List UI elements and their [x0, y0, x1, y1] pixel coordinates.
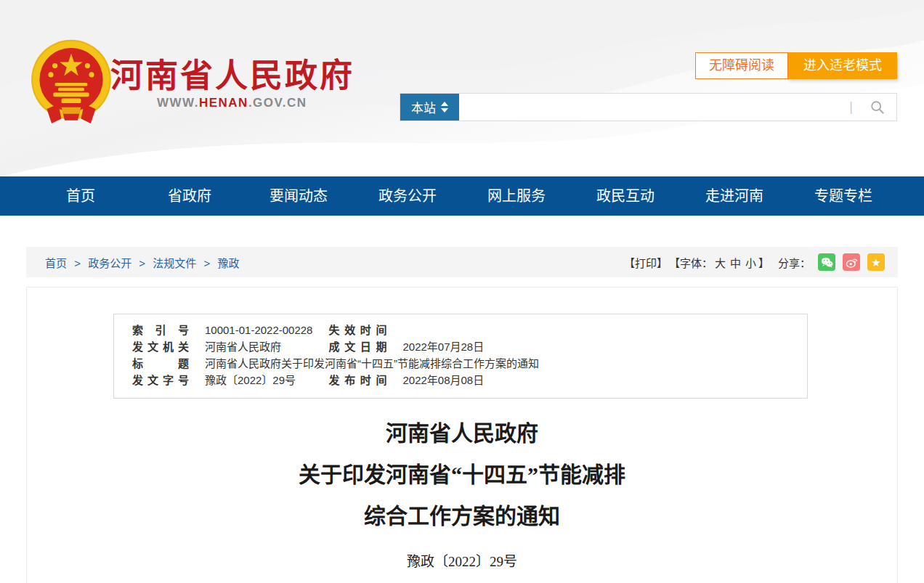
breadcrumb-regulations[interactable]: 法规文件 [153, 257, 196, 269]
search-button[interactable] [859, 94, 896, 121]
meta-written-label: 成文日期 [328, 339, 386, 355]
meta-written-value: 2022年07月28日 [402, 339, 789, 355]
share-icons: ★ [818, 253, 885, 271]
breadcrumb-gov-disclosure[interactable]: 政务公开 [88, 257, 131, 269]
header-buttons: 无障碍阅读 进入适老模式 [695, 52, 897, 79]
meta-title-label: 标题 [132, 356, 189, 372]
document-meta-table: 索引号 10001-01-2022-00228 失效时间 发文机关 河南省人民政… [113, 314, 808, 399]
elder-mode-button[interactable]: 进入适老模式 [788, 52, 897, 79]
meta-index-label: 索引号 [132, 322, 189, 338]
font-size-large-button[interactable]: 大 [715, 257, 726, 269]
document-title-line: 关于印发河南省“十四五”节能减排 [27, 454, 897, 495]
font-size-small-button[interactable]: 小 [745, 257, 756, 269]
meta-index-value: 10001-01-2022-00228 [205, 322, 312, 338]
site-url-highlight: HENAN [199, 96, 248, 110]
search-bar: 本站 | [400, 93, 897, 121]
site-title: 河南省人民政府 [110, 49, 354, 97]
nav-item-interaction[interactable]: 政民互动 [571, 176, 680, 216]
weibo-icon [846, 257, 858, 268]
font-size-suffix: 】 [758, 257, 769, 269]
meta-docno-value: 豫政〔2022〕29号 [205, 372, 312, 388]
site-header: 河南省人民政府 WWW.HENAN.GOV.CN 无障碍阅读 进入适老模式 本站… [0, 0, 924, 176]
meta-org-label: 发文机关 [132, 339, 189, 355]
page: 河南省人民政府 WWW.HENAN.GOV.CN 无障碍阅读 进入适老模式 本站… [0, 0, 924, 583]
document-card: 索引号 10001-01-2022-00228 失效时间 发文机关 河南省人民政… [26, 287, 898, 583]
site-url-suffix: .GOV.CN [248, 96, 307, 110]
breadcrumb-separator: > [203, 257, 210, 269]
nav-item-about-henan[interactable]: 走进河南 [680, 176, 789, 216]
document-title-line: 河南省人民政府 [27, 412, 897, 454]
meta-publish-value: 2022年08月08日 [402, 372, 789, 388]
document-number: 豫政〔2022〕29号 [27, 550, 897, 570]
nav-item-news[interactable]: 要闻动态 [244, 176, 353, 216]
nav-item-online-services[interactable]: 网上服务 [462, 176, 571, 216]
site-url: WWW.HENAN.GOV.CN [157, 96, 307, 110]
breadcrumb-home[interactable]: 首页 [45, 257, 67, 269]
meta-title-value: 河南省人民政府关于印发河南省“十四五”节能减排综合工作方案的通知 [205, 356, 789, 372]
share-label: 分享： [778, 255, 811, 270]
breadcrumb: 首页 > 政务公开 > 法规文件 > 豫政 [45, 255, 239, 270]
font-size-medium-button[interactable]: 中 [730, 257, 741, 269]
meta-expire-label: 失效时间 [328, 322, 386, 338]
meta-publish-label: 发布时间 [328, 372, 386, 388]
nav-item-special-topics[interactable]: 专题专栏 [789, 176, 898, 216]
meta-expire-value [402, 322, 789, 338]
site-url-prefix: WWW. [157, 96, 199, 110]
national-emblem-logo [31, 38, 112, 126]
font-size-control: 【字体：大中小】 [669, 255, 769, 270]
font-size-prefix: 【字体： [669, 257, 713, 269]
nav-item-home[interactable]: 首页 [26, 176, 135, 216]
breadcrumb-separator: > [74, 257, 81, 269]
favorite-star-icon: ★ [871, 257, 880, 268]
print-button[interactable]: 【打印】 [624, 255, 668, 270]
document-title: 河南省人民政府 关于印发河南省“十四五”节能减排 综合工作方案的通知 [27, 412, 897, 537]
sort-arrows-icon [441, 102, 448, 113]
favorite-star-button[interactable]: ★ [867, 253, 885, 271]
breadcrumb-separator: > [139, 257, 145, 269]
accessibility-button[interactable]: 无障碍阅读 [695, 52, 788, 79]
search-scope-label: 本站 [411, 98, 436, 116]
document-title-line: 综合工作方案的通知 [27, 495, 897, 537]
search-separator: | [843, 99, 859, 115]
wechat-share-button[interactable] [818, 253, 835, 271]
meta-org-value: 河南省人民政府 [205, 339, 312, 355]
search-scope-dropdown[interactable]: 本站 [400, 94, 459, 121]
weibo-share-button[interactable] [843, 253, 860, 271]
page-toolbar: 【打印】 【字体：大中小】 分享： [624, 253, 885, 271]
breadcrumb-bar: 首页 > 政务公开 > 法规文件 > 豫政 【打印】 【字体：大中小】 分享： [26, 247, 898, 277]
meta-docno-label: 发文字号 [132, 372, 189, 388]
breadcrumb-yuzheng[interactable]: 豫政 [217, 257, 239, 269]
search-icon [870, 99, 885, 115]
wechat-icon [821, 257, 833, 268]
search-input[interactable] [459, 94, 843, 121]
main-nav: 首页 省政府 要闻动态 政务公开 网上服务 政民互动 走进河南 专题专栏 [0, 176, 924, 216]
nav-item-gov-disclosure[interactable]: 政务公开 [353, 176, 462, 216]
nav-item-provincial-gov[interactable]: 省政府 [135, 176, 244, 216]
